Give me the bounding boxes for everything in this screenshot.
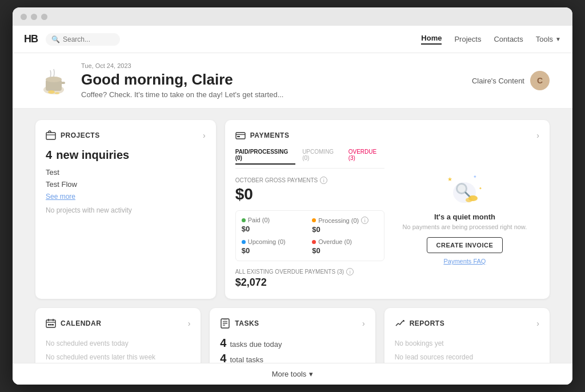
reports-card-title: REPORTS (410, 319, 445, 327)
payments-title-group: PAYMENTS (235, 130, 290, 141)
calendar-line2: No scheduled events later this week (46, 350, 190, 363)
calendar-card-header: CALENDAR › (46, 318, 190, 329)
reports-card-header: REPORTS › (395, 318, 539, 329)
tab-upcoming[interactable]: UPCOMING (0) (302, 149, 342, 165)
processing-info-icon[interactable]: i (361, 217, 368, 224)
project-item-1[interactable]: Test (46, 166, 206, 178)
projects-card: PROJECTS › 4 new inquiries Test Test Flo… (35, 120, 216, 299)
more-tools-button[interactable]: More tools ▾ (272, 370, 314, 378)
total-tasks-count: 4 (220, 352, 226, 363)
overdue-dot (312, 240, 316, 244)
calendar-card-arrow[interactable]: › (188, 319, 191, 328)
hero-text: Tue, Oct 24, 2023 Good morning, Claire C… (81, 62, 472, 99)
overdue-existing-amount: $2,072 (235, 277, 384, 289)
svg-rect-3 (61, 82, 65, 84)
nav-projects[interactable]: Projects (454, 35, 481, 43)
reports-card: REPORTS › No bookings yet No lead source… (384, 308, 550, 363)
tasks-card-header: TASKS › (220, 318, 364, 329)
projects-new-inquiries: 4 new inquiries (46, 149, 206, 162)
payments-faq-link[interactable]: Payments FAQ (443, 258, 486, 265)
pb-overdue: Overdue (0) $0 (312, 238, 378, 255)
project-item-2[interactable]: Test Flow (46, 178, 206, 190)
tasks-due-today: 4 tasks due today 4 total tasks (220, 337, 364, 363)
tasks-icon (220, 318, 230, 329)
pb-row-1: Paid (0) $0 Processing (0) i (242, 217, 378, 234)
titlebar-dots (21, 14, 47, 20)
payments-card-title: PAYMENTS (250, 131, 290, 139)
see-more-link[interactable]: See more (46, 193, 206, 201)
calendar-line1: No scheduled events today (46, 337, 190, 350)
tab-overdue[interactable]: OVERDUE (3) (348, 149, 384, 165)
payments-card-arrow[interactable]: › (536, 131, 539, 140)
upcoming-dot (242, 240, 246, 244)
avatar[interactable]: C (530, 71, 550, 90)
payments-card-header: PAYMENTS › (235, 130, 539, 141)
reports-card-arrow[interactable]: › (536, 319, 539, 328)
calendar-icon (46, 318, 56, 329)
more-tools-label: More tools (272, 370, 307, 378)
svg-rect-24 (48, 324, 50, 326)
svg-text:★: ★ (447, 176, 452, 182)
payments-grid: PAID/PROCESSING (0) UPCOMING (0) OVERDUE… (235, 149, 539, 289)
quiet-subtitle: No payments are being processed right no… (403, 223, 527, 230)
payments-card: PAYMENTS › PAID/PROCESSING (0) UPCOMING … (225, 120, 550, 299)
nav-logo: HB (24, 33, 38, 45)
quiet-illustration: ★ ✦ ✦ (442, 173, 487, 207)
hero-right: Claire's Content C (472, 71, 550, 90)
overdue-info-icon[interactable]: i (346, 268, 354, 275)
nav-tools[interactable]: Tools ▼ (536, 35, 561, 43)
quiet-title: It's a quiet month (434, 213, 495, 221)
tab-paid-processing[interactable]: PAID/PROCESSING (0) (235, 149, 295, 165)
new-inquiries-label: new inquiries (56, 149, 129, 161)
hero-greeting: Good morning, Claire (81, 71, 472, 89)
svg-rect-25 (50, 324, 52, 326)
hero-section: Tue, Oct 24, 2023 Good morning, Claire C… (13, 53, 572, 109)
top-cards-row: PROJECTS › 4 new inquiries Test Test Flo… (35, 120, 550, 299)
svg-rect-6 (46, 133, 55, 139)
payments-icon (235, 130, 246, 141)
dot-maximize (41, 14, 47, 20)
pb-upcoming: Upcoming (0) $0 (242, 238, 308, 255)
reports-line2: No lead sources recorded (395, 350, 539, 363)
bottom-bar[interactable]: More tools ▾ (13, 363, 572, 385)
tasks-card-arrow[interactable]: › (362, 319, 365, 328)
svg-text:✦: ✦ (473, 174, 477, 179)
svg-point-5 (55, 92, 59, 94)
hero-content-label: Claire's Content (472, 77, 524, 85)
dot-close (21, 14, 27, 20)
navbar: HB 🔍 Home Projects Contacts Tools ▼ (13, 26, 572, 53)
projects-card-arrow[interactable]: › (203, 131, 206, 140)
tasks-card: TASKS › 4 tasks due today 4 total tasks (210, 308, 375, 363)
hero-subtitle: Coffee? Check. It's time to take on the … (81, 90, 472, 99)
svg-point-16 (458, 185, 466, 193)
new-inquiries-count: 4 (46, 149, 52, 161)
calendar-title-group: CALENDAR (46, 318, 101, 329)
tasks-card-title: TASKS (235, 319, 259, 327)
reports-line1: No bookings yet (395, 337, 539, 350)
nav-tools-label: Tools (536, 35, 553, 43)
payments-right: ★ ✦ ✦ (390, 149, 539, 289)
tools-chevron-icon: ▼ (555, 36, 561, 42)
nav-contacts[interactable]: Contacts (494, 35, 523, 43)
total-tasks-label: total tasks (230, 355, 263, 363)
main-area: PROJECTS › 4 new inquiries Test Test Flo… (13, 109, 572, 363)
tasks-title-group: TASKS (220, 318, 259, 329)
gross-info-icon[interactable]: i (320, 177, 327, 184)
search-box[interactable]: 🔍 (46, 33, 120, 46)
svg-point-2 (46, 77, 62, 82)
svg-rect-10 (237, 136, 240, 137)
nav-home[interactable]: Home (421, 34, 442, 45)
no-activity-label: No projects with new activity (46, 206, 206, 214)
projects-card-title: PROJECTS (61, 131, 100, 139)
calendar-card-title: CALENDAR (61, 319, 101, 327)
pb-row-2: Upcoming (0) $0 Overdue (0) (242, 238, 378, 255)
svg-rect-8 (236, 133, 245, 139)
gross-amount: $0 (235, 185, 384, 203)
projects-card-header: PROJECTS › (46, 130, 206, 141)
projects-icon (46, 130, 56, 141)
hero-illustration (35, 62, 72, 99)
projects-title-group: PROJECTS (46, 130, 100, 141)
processing-dot (312, 218, 316, 222)
search-input[interactable] (63, 35, 114, 43)
create-invoice-button[interactable]: CREATE INVOICE (427, 237, 503, 253)
